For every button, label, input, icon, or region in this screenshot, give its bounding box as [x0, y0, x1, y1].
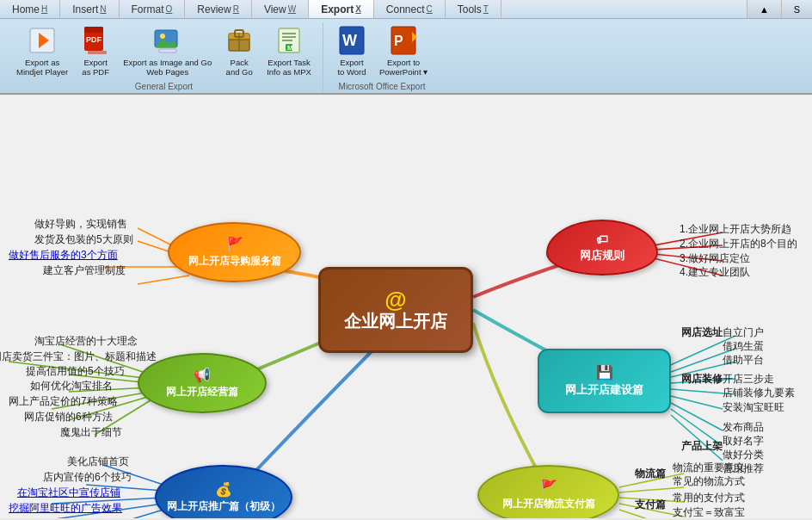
shop-build-text: 网上开店建设篇: [565, 382, 643, 398]
svg-point-7: [160, 34, 165, 39]
tab-review[interactable]: ReviewR: [185, 0, 252, 18]
leaf-build-decor-2: 店铺装修九要素: [723, 386, 795, 400]
general-export-items: Export asMindjet Player PDF Expo: [12, 22, 316, 80]
shop-logistics-node[interactable]: 🚩 网上开店物流支付篇: [477, 465, 619, 518]
leaf-rules-4: 4.建立专业团队: [680, 265, 750, 280]
svg-rect-5: [84, 27, 103, 33]
shop-service-text: 网上开店导购服务篇: [188, 254, 281, 269]
leaf-manage-1: 淘宝店经营的十大理念: [34, 334, 138, 349]
pdf-button-label: Exportas PDF: [82, 58, 109, 77]
toolbar: HomeH InsertN FormatO ReviewR ViewW Expo…: [0, 0, 812, 95]
image-button-label: Export as Image and GoWeb Pages: [123, 58, 212, 77]
leaf-build-product: 产品上架: [681, 439, 723, 454]
ms-export-items: W Exportto Word P: [332, 22, 432, 80]
export-word-button[interactable]: W Exportto Word: [332, 22, 372, 80]
export-pdf-button[interactable]: PDF Exportas PDF: [76, 22, 115, 80]
leaf-log-flow-1: 物流的重要意义: [673, 461, 745, 475]
flash-icon: [27, 25, 58, 56]
leaf-build-loc-1: 自立门户: [723, 325, 764, 340]
leaf-build-decor: 网店装修: [681, 372, 723, 387]
word-icon: W: [336, 25, 367, 56]
tab-bar: HomeH InsertN FormatO ReviewR ViewW Expo…: [0, 0, 812, 19]
export-image-button[interactable]: Export as Image and GoWeb Pages: [119, 22, 216, 80]
general-export-label: General Export: [135, 82, 193, 93]
shop-promo-text: 网上开店推广篇（初级）: [167, 499, 280, 514]
image-icon: [152, 25, 183, 56]
leaf-build-loc-3: 借助平台: [723, 353, 764, 368]
svg-text:W: W: [342, 32, 357, 49]
flash-button-label: Export asMindjet Player: [16, 58, 68, 77]
leaf-rules-3: 3.做好网店定位: [680, 251, 750, 266]
package-icon: [224, 25, 255, 56]
toolbar-body: Export asMindjet Player PDF Expo: [0, 19, 812, 95]
leaf-build-decor-3: 安装淘宝旺旺: [723, 400, 784, 415]
ppt-icon: P: [388, 25, 419, 56]
shop-build-node[interactable]: 💾 网上开店建设篇: [538, 349, 671, 413]
shop-manage-icon: 📢: [194, 367, 211, 383]
leaf-manage-7: 魔鬼出于细节: [60, 425, 122, 440]
pack-go-label: Packand Go: [226, 58, 253, 77]
tab-tools[interactable]: ToolsT: [446, 0, 501, 18]
shop-manage-text: 网上开店经营篇: [166, 385, 238, 399]
leaf-manage-3: 提高信用值的5个技巧: [26, 364, 125, 379]
svg-text:P: P: [394, 34, 403, 48]
shop-promo-icon: 💰: [215, 481, 232, 498]
ms-export-label: Microsoft Office Export: [339, 82, 426, 93]
center-at-symbol: @: [384, 288, 406, 311]
tab-format[interactable]: FormatO: [120, 0, 186, 18]
leaf-promo-4[interactable]: 挖掘阿里旺旺的广告效果: [9, 501, 122, 516]
leaf-promo-2: 店内宣传的6个技巧: [43, 470, 132, 485]
svg-rect-9: [159, 49, 176, 53]
tab-view[interactable]: ViewW: [252, 0, 309, 18]
shop-build-icon: 💾: [596, 364, 613, 381]
ppt-button-label: Export toPowerPoint ▾: [379, 58, 428, 77]
minimize-btn[interactable]: ▲: [747, 0, 781, 18]
word-button-label: Exportto Word: [337, 58, 366, 77]
leaf-service-4: 建立客户管理制度: [43, 263, 126, 278]
shop-manage-node[interactable]: 📢 网上开店经营篇: [138, 353, 267, 413]
leaf-build-loc: 网店选址: [681, 325, 723, 340]
ms-export-group: W Exportto Word P: [325, 22, 439, 91]
center-node[interactable]: @ 企业网上开店: [318, 267, 473, 353]
leaf-build-decor-1: 开店三步走: [723, 372, 774, 387]
tab-home[interactable]: HomeH: [0, 0, 60, 18]
mindmap-canvas: @ 企业网上开店 🚩 网上开店导购服务篇 📢 网上开店经营篇 💰 网上开店推广篇…: [0, 95, 812, 518]
app-container: HomeH InsertN FormatO ReviewR ViewW Expo…: [0, 0, 812, 518]
leaf-log-pay-1: 常用的支付方式: [673, 491, 745, 505]
shop-logistics-icon: 🚩: [540, 479, 557, 495]
leaf-build-prod-2: 取好名字: [723, 434, 764, 449]
leaf-service-2: 发货及包装的5大原则: [34, 232, 133, 247]
task-icon: M: [274, 25, 304, 56]
general-export-group: Export asMindjet Player PDF Expo: [5, 22, 323, 91]
export-ppt-button[interactable]: P Export toPowerPoint ▾: [375, 22, 432, 80]
leaf-promo-3[interactable]: 在淘宝社区中宣传店铺: [17, 486, 120, 500]
leaf-service-1: 做好导购，实现销售: [34, 217, 127, 232]
leaf-log-flow: 物流篇: [635, 467, 666, 481]
shop-logistics-text: 网上开店物流支付篇: [502, 497, 595, 511]
pdf-icon: PDF: [80, 25, 111, 56]
leaf-log-pay: 支付篇: [635, 498, 666, 512]
pack-go-button[interactable]: Packand Go: [219, 22, 259, 80]
svg-text:PDF: PDF: [86, 35, 102, 44]
leaf-build-loc-2: 借鸡生蛋: [723, 339, 764, 354]
svg-text:M: M: [287, 44, 293, 52]
export-task-button[interactable]: M Export TaskInfo as MPX: [262, 22, 316, 80]
svg-rect-3: [88, 51, 107, 54]
leaf-service-3[interactable]: 做好售后服务的3个方面: [9, 248, 118, 263]
export-flash-button[interactable]: Export asMindjet Player: [12, 22, 72, 80]
shop-service-icon: 🚩: [226, 236, 243, 252]
shop-service-node[interactable]: 🚩 网上开店导购服务篇: [168, 222, 301, 282]
leaf-promo-5: 积极参加淘宝活动: [45, 517, 127, 518]
tab-insert[interactable]: InsertN: [60, 0, 119, 18]
shop-rules-icon: 🏷: [596, 232, 608, 246]
leaf-promo-1: 美化店铺首页: [67, 455, 129, 469]
leaf-rules-2: 2.企业网上开店的8个目的: [680, 237, 797, 251]
leaf-manage-2: 网店卖货三件宝：图片、标题和描述: [0, 350, 157, 364]
tab-connect[interactable]: ConnectC: [374, 0, 446, 18]
help-btn[interactable]: S: [781, 0, 812, 18]
svg-line-29: [138, 275, 189, 284]
tab-export[interactable]: ExportX: [309, 0, 374, 18]
leaf-rules-1: 1.企业网上开店大势所趋: [680, 222, 791, 237]
task-button-label: Export TaskInfo as MPX: [267, 58, 311, 77]
shop-rules-text: 网店规则: [580, 248, 624, 263]
